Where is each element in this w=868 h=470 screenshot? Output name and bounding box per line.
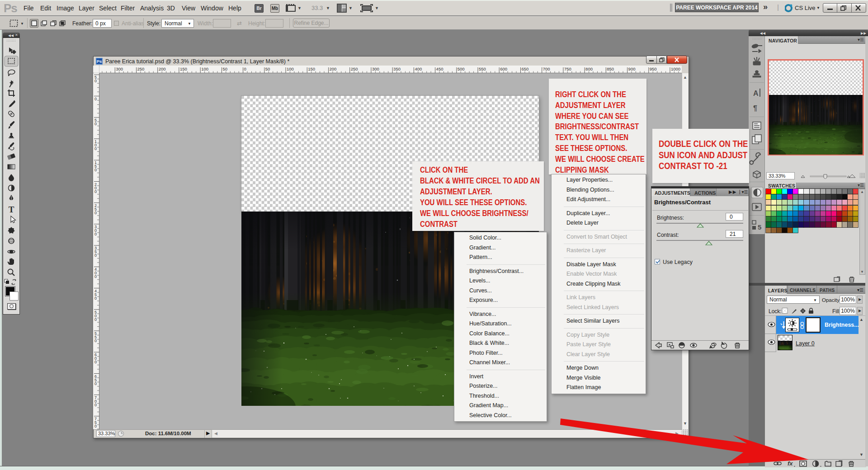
svg-text:0: 0 [94,360,97,364]
svg-text:450: 450 [436,66,443,71]
svg-text:0: 0 [94,274,97,279]
svg-text:0: 0 [94,424,97,428]
svg-text:T: T [9,205,14,214]
svg-text:500: 500 [458,66,465,71]
svg-text:0: 0 [244,66,246,71]
svg-text:0: 0 [94,296,97,301]
svg-text:300: 300 [116,66,123,71]
svg-text:0: 0 [94,338,97,343]
svg-text:1000: 1000 [671,66,680,71]
svg-text:200: 200 [330,66,337,71]
svg-text:0: 0 [94,232,97,236]
svg-text:850: 850 [607,66,614,71]
svg-text:fx: fx [788,460,793,467]
svg-text:0: 0 [94,79,97,83]
svg-text:0: 0 [94,146,97,151]
svg-text:0: 0 [94,97,97,101]
svg-text:A: A [753,89,759,97]
svg-text:5: 5 [758,223,761,231]
svg-text:0: 0 [94,253,97,258]
svg-text:900: 900 [628,66,636,71]
svg-text:550: 550 [479,66,486,71]
svg-text:250: 250 [351,66,358,71]
svg-text:0: 0 [94,189,97,194]
svg-text:0: 0 [94,122,97,126]
svg-text:250: 250 [137,66,145,71]
svg-text:700: 700 [543,66,550,71]
svg-text:300: 300 [372,66,379,71]
svg-text:650: 650 [522,66,529,71]
svg-text:100: 100 [287,66,294,71]
svg-text:600: 600 [500,66,507,71]
svg-text:50: 50 [265,66,270,71]
svg-text:750: 750 [564,66,571,71]
svg-text:400: 400 [415,66,422,71]
svg-text:50: 50 [222,66,227,71]
svg-text:100: 100 [201,66,208,71]
svg-text:350: 350 [393,66,401,71]
svg-text:950: 950 [650,66,657,71]
svg-text:150: 150 [308,66,315,71]
svg-text:200: 200 [159,66,166,71]
svg-text:¶: ¶ [753,104,757,112]
svg-text:0: 0 [94,403,97,407]
svg-text:Ps: Ps [97,59,102,64]
svg-text:150: 150 [180,66,187,71]
svg-text:0: 0 [94,211,97,215]
svg-text:0: 0 [94,317,97,322]
svg-text:800: 800 [585,66,593,71]
svg-text:0: 0 [94,168,97,172]
svg-text:0: 0 [94,381,97,386]
